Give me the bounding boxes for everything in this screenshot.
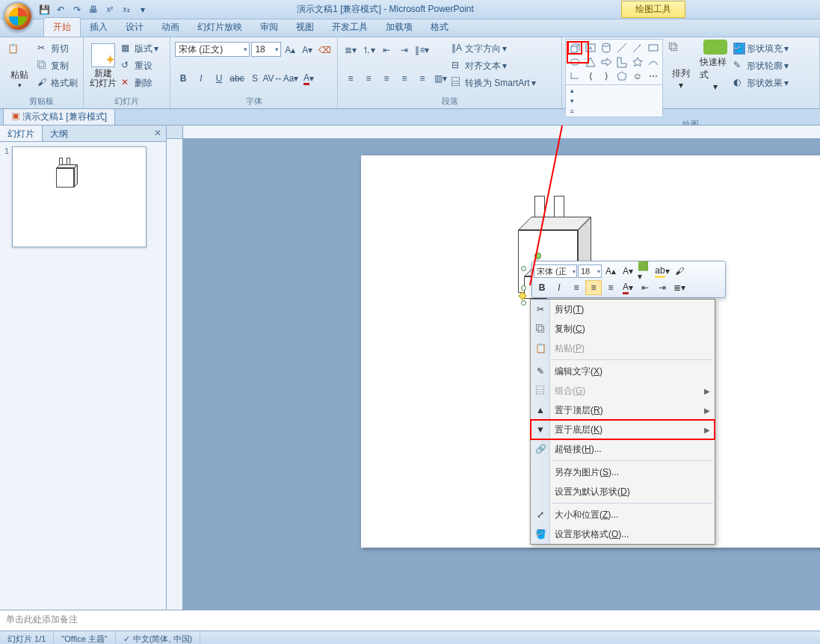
shape-curve[interactable]: [646, 55, 661, 69]
sel-handle-sw[interactable]: [521, 300, 526, 306]
mini-align-left[interactable]: ≡: [568, 280, 585, 295]
numbering-button[interactable]: ⒈▾: [360, 42, 377, 58]
columns-button[interactable]: ▥▾: [432, 70, 448, 87]
shape-fill-button[interactable]: 🪣形状填充▾: [733, 40, 789, 57]
change-case-button[interactable]: Aa▾: [283, 70, 299, 87]
qat-redo[interactable]: ↷: [70, 3, 84, 16]
shapes-down[interactable]: ▾: [566, 96, 578, 106]
distribute-button[interactable]: ≡: [414, 70, 431, 87]
qat-sub[interactable]: x₂: [120, 3, 133, 16]
tab-view[interactable]: 视图: [287, 18, 323, 37]
qat-more[interactable]: ▾: [136, 3, 149, 16]
delete-button[interactable]: ✕删除: [121, 75, 158, 91]
mini-bold[interactable]: B: [534, 280, 550, 295]
shape-line[interactable]: [614, 41, 629, 55]
tab-slideshow[interactable]: 幻灯片放映: [188, 18, 251, 37]
mini-shrink-font[interactable]: A▾: [620, 264, 636, 279]
mini-grow-font[interactable]: A▴: [602, 264, 619, 279]
char-spacing-button[interactable]: AV↔: [265, 70, 281, 87]
shape-more[interactable]: ⋯: [646, 69, 661, 83]
mini-format-painter[interactable]: 🖌: [671, 264, 688, 279]
shapes-more[interactable]: ≡: [566, 106, 578, 117]
tab-review[interactable]: 审阅: [251, 18, 287, 37]
italic-button[interactable]: I: [193, 70, 209, 87]
mini-bullets[interactable]: ≣▾: [671, 280, 688, 295]
align-left-button[interactable]: ≡: [342, 70, 359, 87]
font-name-combo[interactable]: 宋体 (正文): [175, 42, 250, 57]
qat-undo[interactable]: ↶: [54, 3, 67, 16]
tab-outline[interactable]: 大纲: [43, 126, 75, 141]
strike-button[interactable]: abc: [229, 70, 245, 87]
tab-slides[interactable]: 幻灯片: [0, 126, 43, 141]
doc-tab[interactable]: ▣ 演示文稿1 [兼容模式]: [3, 108, 115, 125]
reset-button[interactable]: ↺重设: [121, 58, 158, 74]
thumbnail-1[interactable]: 1: [4, 146, 161, 247]
tab-insert[interactable]: 插入: [81, 18, 117, 37]
underline-button[interactable]: U: [211, 70, 227, 87]
layout-button[interactable]: ▦版式▾: [121, 40, 158, 57]
shape-cylinder[interactable]: [599, 41, 614, 55]
mini-font-color[interactable]: A▾: [620, 280, 636, 295]
shadow-button[interactable]: S: [247, 70, 263, 87]
shape-brace[interactable]: ⟨: [583, 69, 598, 83]
tab-addins[interactable]: 加载项: [377, 18, 422, 37]
format-painter-button[interactable]: 🖌格式刷: [37, 75, 78, 91]
qat-save[interactable]: 💾: [37, 3, 51, 16]
tab-home[interactable]: 开始: [43, 17, 81, 37]
line-spacing-button[interactable]: ‖≡▾: [414, 42, 431, 58]
mini-align-right[interactable]: ≡: [602, 280, 619, 295]
mini-font-name[interactable]: 宋体 (正: [534, 264, 577, 278]
mini-font-size[interactable]: 18: [578, 264, 602, 278]
shape-arrow-line[interactable]: [630, 41, 645, 55]
shape-star[interactable]: [630, 55, 645, 69]
tab-developer[interactable]: 开发工具: [323, 18, 377, 37]
shrink-font-button[interactable]: A▾: [300, 42, 315, 58]
ctx-另存为图片[interactable]: 另存为图片(S)...: [531, 462, 715, 482]
shape-pentagon[interactable]: [614, 69, 629, 83]
status-language[interactable]: ✓中文(简体, 中国): [116, 631, 200, 644]
ctx-编辑文字[interactable]: ✎编辑文字(X): [531, 362, 715, 381]
office-button[interactable]: [3, 1, 33, 31]
indent-dec-button[interactable]: ⇤: [378, 42, 395, 58]
qat-sup[interactable]: x²: [103, 3, 117, 16]
shape-effects-button[interactable]: ◐形状效果▾: [733, 75, 789, 91]
arrange-button[interactable]: ⿻ 排列▾: [665, 39, 697, 93]
cut-button[interactable]: ✂剪切: [37, 40, 78, 57]
ctx-设置为默认形状[interactable]: 设置为默认形状(D): [531, 482, 715, 501]
shape-outline-button[interactable]: ✎形状轮廓▾: [733, 58, 789, 74]
tab-format[interactable]: 格式: [422, 18, 457, 37]
align-center-button[interactable]: ≡: [360, 70, 377, 87]
shape-lshape[interactable]: [614, 55, 629, 69]
align-right-button[interactable]: ≡: [378, 70, 395, 87]
mini-indent-inc[interactable]: ⇥: [654, 280, 671, 295]
new-slide-button[interactable]: ✦ 新建 幻灯片: [87, 39, 120, 93]
shape-elbow[interactable]: [567, 69, 582, 83]
shape-smile[interactable]: ☺: [630, 69, 645, 83]
mini-italic[interactable]: I: [551, 280, 567, 295]
shape-brace2[interactable]: ⟩: [599, 69, 614, 83]
ctx-大小和位置[interactable]: ⤢大小和位置(Z)...: [531, 505, 715, 524]
tab-animation[interactable]: 动画: [152, 18, 188, 37]
bold-button[interactable]: B: [175, 70, 191, 87]
notes-pane[interactable]: 单击此处添加备注: [0, 610, 820, 631]
ctx-复制[interactable]: ⿻复制(C): [531, 319, 715, 338]
ctx-置于底层[interactable]: ▼置于底层(K)▶: [531, 420, 715, 439]
align-text-button[interactable]: ⊟对齐文本▾: [451, 58, 536, 74]
side-panel-close[interactable]: ✕: [149, 126, 166, 141]
justify-button[interactable]: ≡: [396, 70, 413, 87]
mini-highlight[interactable]: ab▾: [654, 264, 671, 279]
shapes-up[interactable]: ▴: [566, 85, 578, 96]
paste-button[interactable]: 📋 粘贴▾: [3, 39, 36, 93]
shape-arrow-right[interactable]: [599, 55, 614, 69]
mini-align-center[interactable]: ≡: [585, 280, 602, 295]
ctx-置于顶层[interactable]: ▲置于顶层(R)▶: [531, 400, 715, 420]
quick-styles-button[interactable]: 快速样式▾: [699, 39, 732, 93]
convert-smartart-button[interactable]: ⿳转换为 SmartArt▾: [451, 75, 536, 91]
copy-button[interactable]: ⿻复制: [37, 58, 78, 74]
qat-print[interactable]: 🖶: [87, 3, 100, 16]
ctx-超链接[interactable]: 🔗超链接(H)...: [531, 439, 715, 459]
sel-handle-nw[interactable]: [521, 266, 526, 271]
ctx-剪切[interactable]: ✂剪切(T): [531, 300, 715, 319]
font-color-button[interactable]: A▾: [300, 70, 317, 87]
font-size-combo[interactable]: 18: [251, 42, 280, 57]
